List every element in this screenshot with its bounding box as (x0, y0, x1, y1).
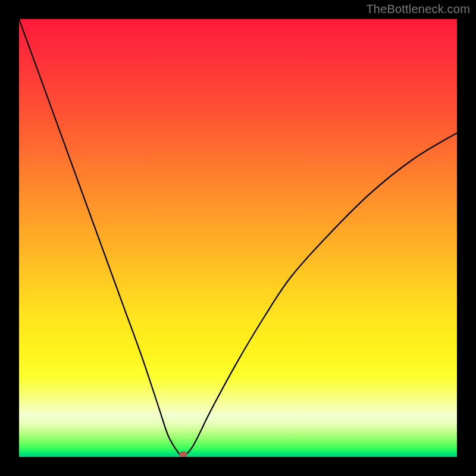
chart-plot-area (19, 19, 457, 457)
bottleneck-curve (19, 19, 457, 457)
chart-frame: TheBottleneck.com (0, 0, 476, 476)
optimal-point-marker (179, 452, 187, 457)
watermark-text: TheBottleneck.com (366, 2, 470, 16)
